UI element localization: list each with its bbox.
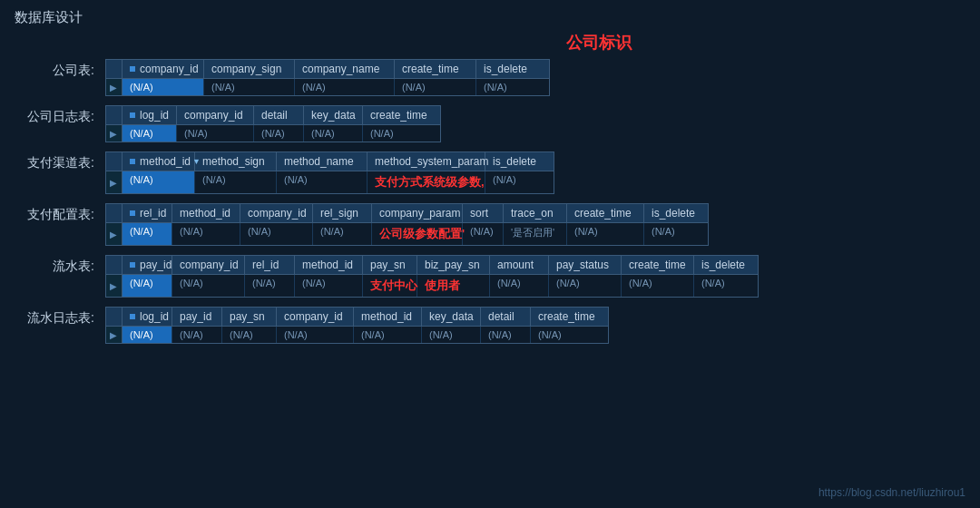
db-col-header: company_id: [240, 204, 313, 222]
db-cell: (N/A): [567, 223, 644, 245]
row-expand-arrow[interactable]: ▶: [106, 125, 122, 142]
page-title: 数据库设计: [0, 0, 980, 32]
db-col-header: company_id: [172, 256, 245, 274]
db-col-header: company_id: [177, 106, 254, 124]
db-cell: (N/A): [122, 125, 177, 142]
row-expand-arrow[interactable]: ▶: [106, 223, 122, 245]
row-expand-arrow[interactable]: ▶: [106, 327, 122, 343]
table-label: 流水表:: [15, 255, 105, 275]
db-cell: (N/A): [422, 327, 481, 343]
row-expand-arrow[interactable]: ▶: [106, 79, 122, 95]
db-table-header: log_idcompany_iddetailkey_datacreate_tim…: [106, 106, 440, 125]
db-cell: (N/A): [395, 79, 476, 95]
db-col-header: biz_pay_sn: [417, 256, 490, 274]
db-cell: (N/A): [485, 171, 554, 193]
db-cell: 支付方式系统级参数,: [368, 171, 485, 193]
db-cell: (N/A): [313, 223, 372, 245]
db-col-header: pay_id: [122, 256, 172, 274]
db-col-header: company_id: [122, 60, 204, 78]
db-table-header: rel_idmethod_idcompany_idrel_signcompany…: [106, 204, 708, 223]
db-col-header: pay_sn: [222, 308, 277, 326]
db-col-header: key_data: [422, 308, 481, 326]
table-label: 支付渠道表:: [15, 151, 105, 171]
content-area: 公司表:company_idcompany_signcompany_namecr…: [0, 59, 980, 344]
db-cell: 使用者: [417, 275, 490, 297]
db-col-header: is_delete: [476, 60, 549, 78]
watermark: https://blog.csdn.net/liuzhirou1: [818, 486, 965, 499]
db-table-data-row: ▶(N/A)(N/A)(N/A)支付方式系统级参数,(N/A): [106, 171, 554, 193]
db-col-header: rel_id: [122, 204, 172, 222]
db-col-header: pay_id: [172, 308, 222, 326]
db-table: log_idpay_idpay_sncompany_idmethod_idkey…: [105, 307, 609, 344]
row-expand-arrow[interactable]: ▶: [106, 275, 122, 297]
db-cell: (N/A): [122, 223, 172, 245]
db-cell: (N/A): [295, 275, 363, 297]
db-cell: (N/A): [304, 125, 363, 142]
db-table-data-row: ▶(N/A)(N/A)(N/A)(N/A)(N/A): [106, 125, 440, 142]
db-cell: (N/A): [622, 275, 694, 297]
db-table-header: method_id▼method_signmethod_namemethod_s…: [106, 152, 554, 171]
tables-container: 公司表:company_idcompany_signcompany_namecr…: [15, 59, 965, 344]
db-cell: (N/A): [122, 327, 172, 343]
db-col-header: sort: [463, 204, 504, 222]
db-cell: (N/A): [354, 327, 422, 343]
db-cell: (N/A): [122, 275, 172, 297]
db-cell: 公司级参数配置': [372, 223, 463, 245]
db-cell: (N/A): [122, 79, 204, 95]
db-table-header: pay_idcompany_idrel_idmethod_idpay_snbiz…: [106, 256, 758, 275]
db-table-data-row: ▶(N/A)(N/A)(N/A)(N/A)支付中心使用者(N/A)(N/A)(N…: [106, 275, 758, 297]
db-cell: (N/A): [254, 125, 304, 142]
db-table: log_idcompany_iddetailkey_datacreate_tim…: [105, 105, 441, 142]
db-table: rel_idmethod_idcompany_idrel_signcompany…: [105, 203, 709, 246]
db-col-header: is_delete: [644, 204, 708, 222]
db-cell: (N/A): [363, 125, 440, 142]
db-col-header: log_id: [122, 308, 172, 326]
db-cell: (N/A): [694, 275, 758, 297]
table-row-item: 公司表:company_idcompany_signcompany_namecr…: [15, 59, 965, 96]
db-col-header: create_time: [531, 308, 608, 326]
db-table-header: company_idcompany_signcompany_namecreate…: [106, 60, 549, 79]
db-col-header: key_data: [304, 106, 363, 124]
db-table: pay_idcompany_idrel_idmethod_idpay_snbiz…: [105, 255, 759, 298]
db-col-header: method_id: [172, 204, 240, 222]
table-label: 流水日志表:: [15, 307, 105, 327]
db-cell: (N/A): [476, 79, 549, 95]
db-cell: (N/A): [277, 171, 368, 193]
company-sign-label: 公司标识: [218, 32, 980, 54]
db-col-header: company_param: [372, 204, 463, 222]
db-col-header: detail: [254, 106, 304, 124]
table-row-item: 流水表:pay_idcompany_idrel_idmethod_idpay_s…: [15, 255, 965, 298]
db-cell: (N/A): [204, 79, 295, 95]
db-cell: (N/A): [277, 327, 354, 343]
db-cell: (N/A): [172, 223, 240, 245]
db-col-header: method_name: [277, 152, 368, 171]
db-table: company_idcompany_signcompany_namecreate…: [105, 59, 550, 96]
db-col-header: pay_sn: [363, 256, 417, 274]
db-col-header: trace_on: [504, 204, 567, 222]
db-col-header: company_sign: [204, 60, 295, 78]
db-cell: (N/A): [549, 275, 622, 297]
db-col-header: pay_status: [549, 256, 622, 274]
db-col-header: create_time: [395, 60, 476, 78]
db-col-header: create_time: [622, 256, 694, 274]
db-table-data-row: ▶(N/A)(N/A)(N/A)(N/A)(N/A): [106, 79, 549, 95]
db-col-header: log_id: [122, 106, 177, 124]
db-table-data-row: ▶(N/A)(N/A)(N/A)(N/A)(N/A)(N/A)(N/A)(N/A…: [106, 327, 608, 343]
db-cell: (N/A): [644, 223, 708, 245]
db-col-header: method_id: [295, 256, 363, 274]
db-col-header: method_id▼: [122, 152, 195, 171]
db-cell: (N/A): [463, 223, 504, 245]
db-cell: (N/A): [240, 223, 313, 245]
db-cell: '是否启用': [504, 223, 567, 245]
db-cell: (N/A): [531, 327, 608, 343]
db-col-header: rel_id: [245, 256, 295, 274]
db-col-header: create_time: [363, 106, 440, 124]
table-row-item: 公司日志表:log_idcompany_iddetailkey_datacrea…: [15, 105, 965, 142]
db-col-header: amount: [490, 256, 549, 274]
db-col-header: is_delete: [694, 256, 758, 274]
table-label: 公司日志表:: [15, 105, 105, 125]
row-expand-arrow[interactable]: ▶: [106, 171, 122, 193]
db-table-header: log_idpay_idpay_sncompany_idmethod_idkey…: [106, 308, 608, 327]
db-table-data-row: ▶(N/A)(N/A)(N/A)(N/A)公司级参数配置'(N/A)'是否启用'…: [106, 223, 708, 245]
db-cell: (N/A): [490, 275, 549, 297]
